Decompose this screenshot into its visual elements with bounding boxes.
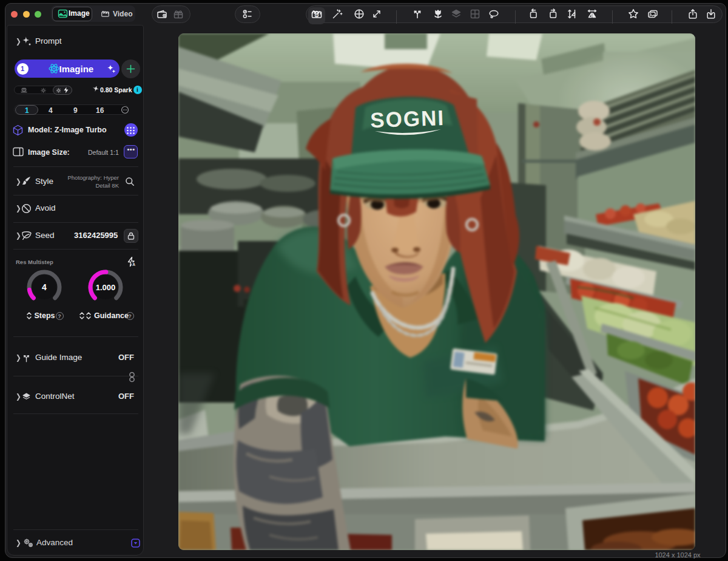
svg-text:1.000: 1.000 bbox=[96, 283, 116, 292]
svg-text:1: 1 bbox=[315, 13, 317, 17]
svg-text:SOGNI: SOGNI bbox=[370, 106, 445, 132]
svg-text:A: A bbox=[132, 262, 135, 267]
svg-text:4: 4 bbox=[42, 282, 47, 292]
